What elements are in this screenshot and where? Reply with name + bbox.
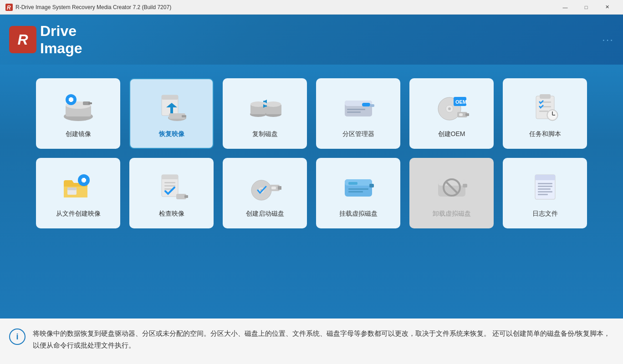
- log-file-icon: [527, 170, 563, 204]
- maximize-button[interactable]: □: [576, 0, 597, 15]
- svg-rect-32: [347, 111, 361, 113]
- svg-text:R: R: [7, 5, 11, 11]
- info-text: 将映像中的数据恢复到硬盘驱动器、分区或未分配的空间。分区大小、磁盘上的位置、文件…: [33, 328, 614, 351]
- create-from-file-icon: [60, 170, 97, 204]
- svg-point-22: [266, 101, 281, 107]
- restore-image-button[interactable]: 恢复映像: [129, 78, 214, 149]
- restore-image-label: 恢复映像: [159, 130, 184, 138]
- create-oem-button[interactable]: OEM 创建OEM: [409, 78, 494, 149]
- app-header: R Drive Image ···: [0, 15, 623, 65]
- svg-rect-13: [170, 107, 173, 114]
- svg-rect-59: [164, 188, 172, 190]
- create-boot-disk-button[interactable]: 创建启动磁盘: [223, 158, 307, 228]
- svg-rect-42: [540, 94, 551, 99]
- svg-rect-58: [164, 185, 175, 187]
- svg-rect-70: [348, 188, 368, 190]
- window-title: R-Drive Image System Recovery Media Crea…: [15, 4, 171, 10]
- create-from-file-button[interactable]: 从文件创建映像: [36, 158, 120, 228]
- logo-image: Image: [40, 40, 82, 57]
- mount-virtual-button[interactable]: 挂载虚拟磁盘: [316, 158, 400, 228]
- svg-rect-40: [459, 113, 463, 116]
- create-image-icon: [60, 91, 97, 125]
- close-button[interactable]: ✕: [597, 0, 618, 15]
- svg-rect-82: [538, 186, 552, 187]
- minimize-button[interactable]: —: [555, 0, 576, 15]
- info-icon: i: [9, 329, 26, 345]
- unmount-virtual-icon: [434, 170, 470, 204]
- menu-dots-button[interactable]: ···: [602, 33, 614, 46]
- partition-manager-label: 分区管理器: [342, 130, 374, 138]
- partition-manager-button[interactable]: 分区管理器: [316, 78, 400, 149]
- titlebar: R R-Drive Image System Recovery Media Cr…: [0, 0, 623, 15]
- unmount-virtual-label: 卸载虚拟磁盘: [433, 210, 471, 218]
- logo-drive: Drive: [40, 22, 82, 40]
- svg-rect-11: [162, 95, 178, 100]
- svg-rect-16: [182, 115, 186, 117]
- svg-rect-45: [539, 111, 548, 112]
- unmount-virtual-button[interactable]: 卸载虚拟磁盘: [409, 158, 494, 228]
- svg-text:OEM: OEM: [455, 99, 467, 105]
- svg-rect-78: [463, 184, 467, 187]
- svg-rect-39: [465, 113, 469, 116]
- svg-point-35: [448, 107, 451, 110]
- app-title-icon: R: [5, 4, 13, 11]
- svg-rect-29: [362, 103, 370, 106]
- svg-rect-67: [271, 187, 276, 189]
- svg-rect-81: [538, 183, 552, 184]
- create-image-label: 创建镜像: [66, 130, 91, 138]
- create-boot-disk-icon: [247, 170, 283, 204]
- copy-disk-icon: [247, 91, 283, 125]
- check-image-icon: [153, 170, 190, 204]
- svg-rect-7: [70, 97, 72, 102]
- svg-rect-75: [438, 179, 465, 186]
- svg-rect-56: [162, 175, 178, 179]
- svg-rect-71: [348, 191, 363, 192]
- svg-rect-61: [184, 195, 188, 198]
- check-image-label: 检查映像: [159, 210, 184, 218]
- tasks-scripts-icon: [527, 91, 563, 125]
- svg-rect-52: [82, 178, 85, 182]
- svg-rect-30: [370, 104, 374, 107]
- create-oem-icon: OEM: [434, 91, 470, 125]
- svg-rect-73: [348, 182, 357, 185]
- logo-area: R Drive Image: [9, 22, 82, 57]
- mount-virtual-icon: [340, 170, 377, 204]
- grid-row-2: 从文件创建映像 检查映像: [27, 158, 596, 228]
- create-image-button[interactable]: 创建镜像: [36, 78, 120, 149]
- check-image-button[interactable]: 检查映像: [129, 158, 214, 228]
- tasks-scripts-label: 任务和脚本: [529, 130, 561, 138]
- svg-rect-85: [538, 194, 548, 195]
- svg-rect-80: [535, 175, 555, 180]
- create-oem-label: 创建OEM: [438, 130, 465, 138]
- main-grid-area: 创建镜像 恢复映像: [0, 65, 623, 318]
- create-boot-disk-label: 创建启动磁盘: [246, 210, 284, 218]
- svg-rect-54: [67, 187, 77, 190]
- logo-r-icon: R: [9, 26, 36, 53]
- svg-rect-83: [538, 188, 551, 190]
- restore-image-icon: [153, 91, 190, 125]
- svg-rect-9: [88, 102, 92, 104]
- create-from-file-label: 从文件创建映像: [56, 210, 101, 218]
- svg-rect-31: [347, 109, 365, 110]
- copy-disk-label: 复制磁盘: [252, 130, 278, 138]
- window-controls: — □ ✕: [555, 0, 618, 15]
- svg-rect-84: [538, 191, 552, 192]
- log-file-button[interactable]: 日志文件: [503, 158, 587, 228]
- svg-rect-57: [164, 182, 175, 183]
- tasks-scripts-button[interactable]: 任务和脚本: [503, 78, 587, 149]
- partition-manager-icon: [340, 91, 377, 125]
- svg-rect-66: [278, 186, 281, 190]
- mount-virtual-label: 挂载虚拟磁盘: [339, 210, 378, 218]
- title-left: R R-Drive Image System Recovery Media Cr…: [5, 4, 171, 11]
- grid-row-1: 创建镜像 恢复映像: [27, 78, 596, 149]
- info-section: i 将映像中的数据恢复到硬盘驱动器、分区或未分配的空间。分区大小、磁盘上的位置、…: [0, 318, 623, 364]
- log-file-label: 日志文件: [532, 210, 558, 218]
- logo-text: Drive Image: [40, 22, 82, 57]
- svg-rect-72: [369, 184, 374, 187]
- copy-disk-button[interactable]: 复制磁盘: [223, 78, 307, 149]
